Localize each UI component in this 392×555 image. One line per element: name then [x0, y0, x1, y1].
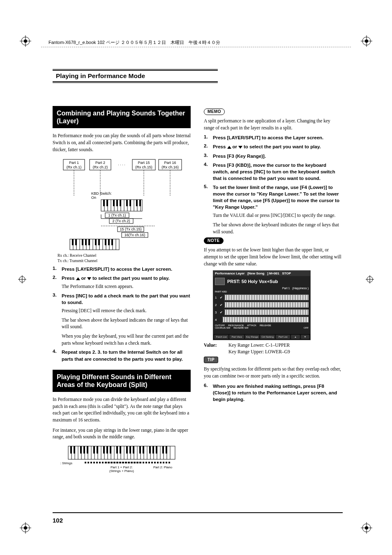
- value-label: Value:: [204, 343, 228, 348]
- svg-text:Part 1: Part 1: [69, 161, 79, 165]
- split-step-1: 1. Press [LAYER/SPLIT] to access the Lay…: [204, 134, 342, 141]
- svg-rect-54: [103, 200, 105, 206]
- step-number: 1.: [204, 134, 209, 141]
- lcd-btn-part-view: Part View: [229, 335, 244, 339]
- layer-step-1-text: Press [LAYER/SPLIT] to access the Layer …: [62, 267, 172, 272]
- svg-rect-95: [98, 239, 100, 245]
- svg-text:Part 15: Part 15: [138, 161, 150, 165]
- svg-rect-139: [106, 446, 108, 454]
- layer-step-1: 1. Press [LAYER/SPLIT] to access the Lay…: [53, 266, 191, 272]
- svg-rect-61: [136, 200, 138, 206]
- svg-text:On: On: [91, 196, 96, 200]
- keyboard-icon: [215, 278, 225, 285]
- svg-rect-144: [129, 446, 131, 454]
- split-step-5-sub1: Turn the VALUE dial or press [INC]/[DEC]…: [213, 212, 342, 219]
- split-step-2c: to select the part you want to play.: [244, 144, 321, 149]
- layer-step-2a: Press: [62, 276, 76, 281]
- svg-text:· · · ·: · · · ·: [118, 163, 125, 167]
- svg-text:Part 2: Part 2: [95, 161, 105, 165]
- step-number: 2.: [204, 143, 209, 150]
- split-step-5: 5. To set the lower limit of the range, …: [204, 184, 342, 210]
- layer-step-4-text: Repeat steps 2. 3. to turn the Internal …: [62, 350, 183, 361]
- split-step-6: 6. When you are finished making settings…: [204, 383, 342, 403]
- lcd-keyboard-row-1: [224, 295, 309, 300]
- section-layer-heading: Combining and Playing Sounds Together (L…: [53, 106, 191, 128]
- left-column: Combining and Playing Sounds Together (L…: [53, 106, 191, 476]
- svg-rect-133: [80, 446, 82, 454]
- svg-text:(Strings + Piano): (Strings + Piano): [109, 469, 134, 473]
- step-number: 2.: [53, 275, 58, 281]
- split-step-1-text: Press [LAYER/SPLIT] to access the Layer …: [213, 135, 323, 140]
- svg-text:(Rx ch.2): (Rx ch.2): [93, 165, 108, 169]
- note-text: If you attempt to set the lower limit hi…: [204, 246, 342, 267]
- svg-text:(Rx ch.1): (Rx ch.1): [67, 165, 82, 169]
- svg-rect-150: [156, 446, 157, 454]
- lcd-btn-perf-list: Perf List: [276, 335, 290, 339]
- svg-rect-60: [129, 200, 131, 206]
- split-step-2b: or: [232, 144, 238, 149]
- crop-mark-bottom-right: [361, 522, 372, 534]
- svg-text:1 (Tx ch.1): 1 (Tx ch.1): [108, 213, 126, 217]
- lcd-knob-release: RELEASE: [260, 324, 271, 327]
- svg-rect-141: [116, 446, 118, 454]
- page-header-bar: Playing in Performance Mode: [53, 69, 218, 83]
- layer-intro: In Performance mode you can play the sou…: [53, 132, 191, 153]
- layer-step-3-sub2: The bar shown above the keyboard indicat…: [62, 317, 191, 330]
- memo-badge: MEMO: [204, 108, 225, 115]
- svg-rect-91: [82, 239, 83, 245]
- split-step-3-text: Press [F3 (Key Range)].: [213, 154, 266, 159]
- svg-rect-92: [85, 239, 87, 245]
- page-title: Playing in Performance Mode: [56, 72, 145, 79]
- lcd-title: Performance Layer: [215, 272, 244, 275]
- lcd-part: Part 1: [282, 287, 290, 290]
- lcd-scroll-up: ▲: [291, 335, 300, 339]
- layer-diagram-caption-tx: Tx ch.: Transmit Channel: [58, 258, 191, 263]
- crop-mark-mid-left: [18, 275, 26, 283]
- step-number: 4.: [204, 162, 209, 182]
- svg-rect-136: [93, 446, 95, 454]
- lcd-sw-reverb: REVERB SW: [233, 327, 248, 329]
- lcd-patch-name: PRST: 50 Holy Vox+Sub: [227, 279, 278, 284]
- step-number: 3.: [53, 292, 58, 306]
- svg-rect-97: [108, 239, 110, 245]
- layer-step-3-sub3: When you play the keyboard, you will hea…: [62, 333, 191, 346]
- svg-rect-151: [162, 446, 164, 454]
- layer-step-3-text: Press [INC] to add a check mark to the p…: [62, 293, 190, 305]
- lcd-btn-patch-list: Patch List: [214, 335, 228, 339]
- svg-rect-57: [116, 200, 118, 206]
- value-lower: Key Range Lower: C-1–UPPER: [228, 343, 290, 348]
- layer-step-2: 2. Press or to select the part you want …: [53, 275, 191, 281]
- svg-text:16(Tx ch.16): 16(Tx ch.16): [125, 233, 145, 237]
- svg-rect-93: [88, 239, 90, 245]
- step-number: 5.: [204, 184, 209, 210]
- svg-rect-89: [72, 239, 74, 245]
- footer-rule: [53, 512, 343, 513]
- split-step-5-text: To set the lower limit of the range, use…: [213, 185, 339, 210]
- split-step-6-text: When you are finished making settings, p…: [213, 384, 337, 402]
- up-arrow-icon: [76, 277, 80, 280]
- tip-badge: TIP: [204, 357, 218, 363]
- right-column: MEMO A split performance is one applicat…: [204, 106, 342, 476]
- crop-mark-top-right: [361, 35, 372, 47]
- lcd-btn-ctrl-setting: Ctrl Setting: [260, 335, 274, 339]
- split-step-5-sub2: The bar shown above the keyboard indicat…: [213, 221, 342, 235]
- svg-rect-152: [166, 446, 167, 454]
- svg-rect-143: [126, 446, 128, 454]
- lcd-keyboard-row-2: [224, 302, 309, 308]
- down-arrow-icon: [87, 277, 91, 280]
- step-number: 4.: [53, 349, 58, 362]
- print-header-info: Fantom-X678_r_e.book 102 ページ ２００５年５月１２日 …: [48, 39, 220, 46]
- lcd-keyboard-row-4: [222, 317, 309, 322]
- down-arrow-icon: [238, 146, 242, 149]
- crop-mark-bottom-left: [20, 522, 31, 534]
- svg-rect-140: [110, 446, 111, 454]
- svg-text:(Rx ch.15): (Rx ch.15): [135, 165, 152, 169]
- lcd-scroll-down: ▼: [301, 335, 309, 339]
- page-number: 102: [53, 517, 63, 524]
- section-split-heading: Playing Different Sounds in Different Ar…: [53, 370, 191, 392]
- svg-rect-94: [95, 239, 97, 245]
- tip-text: By specifying sections for different par…: [204, 366, 342, 379]
- svg-rect-98: [111, 239, 113, 245]
- svg-text:Part 1: Strings: Part 1: Strings: [60, 461, 72, 465]
- crop-mark-mid-right: [366, 275, 374, 283]
